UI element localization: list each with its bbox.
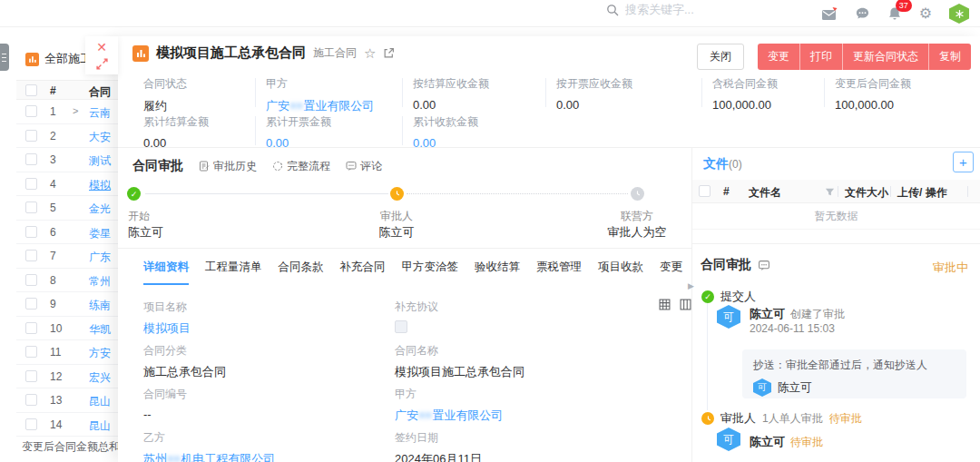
tab-acceptance[interactable]: 验收结算 bbox=[475, 260, 520, 285]
party-b-link[interactable]: 苏州××机电工程有限公司 bbox=[143, 451, 275, 462]
add-file-button[interactable]: + bbox=[953, 152, 974, 172]
messages-icon[interactable] bbox=[855, 6, 870, 21]
table-row[interactable]: 11方安 bbox=[16, 340, 118, 365]
party-a-link[interactable]: 广安××置业有限公司 bbox=[266, 98, 374, 114]
favorite-star-icon[interactable]: ☆ bbox=[364, 46, 376, 60]
contract-name-link[interactable]: 模拟 bbox=[89, 178, 111, 193]
expand-row-icon[interactable]: > bbox=[73, 105, 78, 116]
table-row[interactable]: 1>云南 bbox=[16, 100, 118, 124]
settings-gear-icon[interactable]: ⚙ bbox=[919, 6, 932, 21]
approval-status-badge: 审批中 bbox=[933, 260, 968, 276]
row-checkbox[interactable] bbox=[25, 298, 37, 310]
print-button[interactable]: 打印 bbox=[799, 44, 842, 70]
contract-name-link[interactable]: 昆山 bbox=[89, 394, 111, 409]
row-index: 10 bbox=[50, 322, 62, 335]
party-a-link[interactable]: 广安××置业有限公司 bbox=[395, 408, 503, 424]
field-label: 按结算应收金额 bbox=[413, 76, 489, 92]
filter-funnel-icon[interactable] bbox=[825, 187, 835, 197]
table-row[interactable]: 6娄星 bbox=[16, 221, 118, 245]
table-row[interactable]: 2大安 bbox=[16, 124, 118, 149]
panel-collapse-icon[interactable]: ▶ bbox=[688, 276, 697, 296]
table-row[interactable]: 4模拟 bbox=[16, 172, 118, 197]
avatar: 可 bbox=[717, 305, 740, 329]
row-checkbox[interactable] bbox=[25, 274, 37, 286]
row-checkbox[interactable] bbox=[25, 130, 37, 142]
row-checkbox[interactable] bbox=[25, 418, 37, 430]
row-checkbox[interactable] bbox=[25, 250, 37, 261]
files-select-all-checkbox[interactable] bbox=[699, 185, 710, 197]
row-checkbox[interactable] bbox=[25, 105, 37, 117]
close-icon[interactable]: ✕ bbox=[96, 41, 107, 54]
external-link-icon[interactable] bbox=[383, 47, 395, 59]
contract-name-link[interactable]: 练南 bbox=[89, 298, 111, 313]
contract-name-link[interactable]: 测试 bbox=[89, 153, 111, 169]
contract-name-link[interactable]: 娄星 bbox=[89, 226, 111, 241]
copy-button[interactable]: 复制 bbox=[928, 44, 971, 70]
change-button[interactable]: 变更 bbox=[758, 44, 799, 70]
table-row[interactable]: 12宏兴 bbox=[16, 365, 118, 389]
table-view-icon[interactable] bbox=[659, 299, 671, 310]
table-row[interactable]: 14昆山 bbox=[16, 413, 118, 437]
cc-note-text: 抄送：审批全部通过后，通知抄送人 bbox=[753, 358, 956, 373]
user-avatar[interactable] bbox=[949, 4, 969, 24]
close-button[interactable]: 关闭 bbox=[697, 44, 744, 70]
detail-actions: 关闭 变更 打印 更新合同状态 复制 bbox=[697, 44, 971, 70]
files-count: (0) bbox=[729, 158, 742, 171]
table-row[interactable]: 7广东 bbox=[16, 244, 118, 269]
tab-change-sign[interactable]: 甲方变洽签 bbox=[402, 260, 459, 285]
row-checkbox[interactable] bbox=[25, 153, 37, 165]
tab-details[interactable]: 详细资料 bbox=[143, 260, 189, 285]
row-checkbox[interactable] bbox=[25, 202, 37, 213]
fullscreen-expand-icon[interactable] bbox=[96, 58, 108, 70]
approval-history-link[interactable]: 审批历史 bbox=[199, 159, 257, 174]
tab-tax[interactable]: 票税管理 bbox=[536, 260, 582, 285]
tab-change[interactable]: 变更 bbox=[660, 260, 682, 285]
field-project-name: 项目名称 模拟项目 bbox=[143, 300, 191, 337]
update-status-button[interactable]: 更新合同状态 bbox=[842, 44, 928, 70]
row-checkbox[interactable] bbox=[25, 178, 37, 190]
row-checkbox[interactable] bbox=[25, 394, 37, 406]
tab-supplement[interactable]: 补充合同 bbox=[340, 260, 386, 285]
notifications-bell-icon[interactable]: 37 bbox=[887, 6, 902, 21]
global-search[interactable] bbox=[606, 3, 770, 16]
row-checkbox[interactable] bbox=[25, 346, 37, 358]
step-label: 联营方 bbox=[583, 209, 691, 224]
supplement-checkbox[interactable] bbox=[395, 320, 407, 333]
contract-name-link[interactable]: 昆山 bbox=[89, 418, 111, 434]
row-checkbox[interactable] bbox=[25, 322, 37, 334]
nav-collapse-handle[interactable] bbox=[0, 44, 9, 71]
contract-name-link[interactable]: 宏兴 bbox=[89, 370, 111, 386]
row-checkbox[interactable] bbox=[25, 226, 37, 238]
history-doc-icon bbox=[199, 161, 210, 172]
full-process-link[interactable]: 完整流程 bbox=[272, 159, 330, 174]
approver-name-row: 陈立可 待审批 bbox=[750, 434, 823, 450]
table-row[interactable]: 3测试 bbox=[16, 148, 118, 172]
avatar-logo-icon bbox=[955, 9, 965, 19]
contract-name-link[interactable]: 常州 bbox=[89, 274, 111, 290]
contract-name-link[interactable]: 云南 bbox=[89, 105, 111, 121]
field-label: 合同名称 bbox=[395, 343, 524, 359]
contract-name-link[interactable]: 方安 bbox=[89, 346, 111, 361]
select-all-checkbox[interactable] bbox=[25, 84, 37, 96]
table-row[interactable]: 8常州 bbox=[16, 269, 118, 293]
table-row[interactable]: 10华凯 bbox=[16, 317, 118, 341]
search-input[interactable] bbox=[625, 3, 770, 16]
column-view-icon[interactable] bbox=[680, 299, 691, 310]
contract-name-link[interactable]: 大安 bbox=[89, 130, 111, 145]
table-row[interactable]: 5金光 bbox=[16, 196, 118, 221]
tab-receipts[interactable]: 项目收款 bbox=[598, 260, 643, 285]
mail-icon[interactable] bbox=[821, 7, 838, 21]
comment-icon[interactable] bbox=[758, 260, 770, 271]
tab-boq[interactable]: 工程量清单 bbox=[205, 260, 262, 285]
detail-title-row: 模拟项目施工总承包合同 施工合同 ☆ bbox=[132, 44, 395, 62]
tab-terms[interactable]: 合同条款 bbox=[279, 260, 324, 285]
files-col-uploader: 上传/ bbox=[897, 185, 922, 201]
table-row[interactable]: 9练南 bbox=[16, 292, 118, 317]
contract-name-link[interactable]: 华凯 bbox=[89, 322, 111, 338]
contract-name-link[interactable]: 金光 bbox=[89, 202, 111, 217]
contract-name-link[interactable]: 广东 bbox=[89, 250, 111, 265]
project-link[interactable]: 模拟项目 bbox=[143, 320, 191, 337]
table-row[interactable]: 13昆山 bbox=[16, 388, 118, 413]
comment-link[interactable]: 评论 bbox=[346, 159, 382, 174]
row-checkbox[interactable] bbox=[25, 370, 37, 382]
